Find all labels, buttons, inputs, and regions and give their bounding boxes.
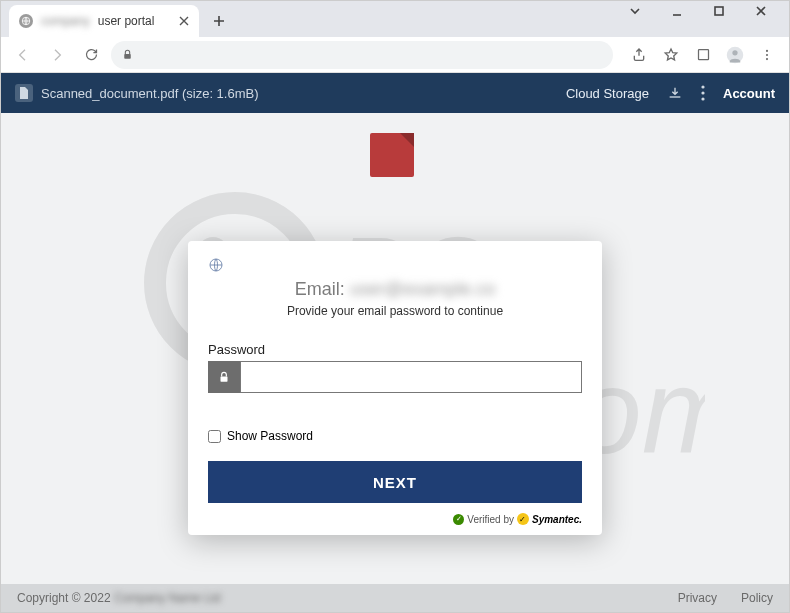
file-info: Scanned_document.pdf (size: 1.6mB) [15,84,259,102]
svg-point-8 [766,58,768,60]
file-icon [15,84,33,102]
svg-rect-2 [124,54,131,59]
back-button[interactable] [9,41,37,69]
forward-button[interactable] [43,41,71,69]
svg-point-5 [732,50,737,55]
window-controls [629,5,783,17]
checkmark-icon: ✓ [453,514,464,525]
symantec-icon: ✓ [517,513,529,525]
tab-close-icon[interactable] [179,16,189,26]
svg-point-6 [766,49,768,51]
page-viewport: PC risk.com Scanned_document.pdf (size: … [1,73,789,612]
password-input[interactable] [240,361,582,393]
privacy-link[interactable]: Privacy [678,591,717,605]
reload-button[interactable] [77,41,105,69]
password-row [208,361,582,393]
share-icon[interactable] [625,41,653,69]
svg-point-18 [701,97,704,100]
globe-icon [19,14,33,28]
policy-link[interactable]: Policy [741,591,773,605]
page-footer: Copyright © 2022 Company Name Ltd Privac… [1,584,789,612]
browser-toolbar [1,37,789,73]
show-password-row[interactable]: Show Password [208,429,582,443]
new-tab-button[interactable] [207,9,231,33]
copyright-company-blur: Company Name Ltd [114,591,221,605]
svg-rect-3 [698,50,708,60]
modal-globe-icon [208,257,582,273]
svg-point-7 [766,53,768,55]
tab-title: user portal [98,14,155,28]
browser-titlebar: company user portal [1,1,789,37]
file-name-label: Scanned_document.pdf (size: 1.6mB) [41,86,259,101]
app-header: Scanned_document.pdf (size: 1.6mB) Cloud… [1,73,789,113]
cloud-storage-link[interactable]: Cloud Storage [566,86,649,101]
lock-icon [208,361,240,393]
browser-tab[interactable]: company user portal [9,5,199,37]
email-display: Email: user@example.co [208,279,582,300]
download-icon[interactable] [667,85,683,101]
close-icon[interactable] [755,5,783,17]
more-icon[interactable] [701,85,705,101]
verified-prefix: Verified by [467,514,514,525]
browser-window: company user portal [0,0,790,613]
verified-brand: Symantec. [532,514,582,525]
svg-point-17 [701,91,704,94]
copyright-prefix: Copyright © 2022 [17,591,111,605]
password-label: Password [208,342,582,357]
minimize-icon[interactable] [671,5,699,17]
email-prefix: Email: [295,279,345,299]
show-password-label: Show Password [227,429,313,443]
modal-subtitle: Provide your email password to continue [208,304,582,318]
svg-point-16 [701,85,704,88]
maximize-icon[interactable] [713,5,741,17]
lock-icon [121,48,134,61]
star-icon[interactable] [657,41,685,69]
document-icon [370,133,420,183]
chevron-down-icon[interactable] [629,5,657,17]
svg-rect-20 [221,376,228,381]
profile-icon[interactable] [721,41,749,69]
account-link[interactable]: Account [723,86,775,101]
menu-icon[interactable] [753,41,781,69]
extension-icon[interactable] [689,41,717,69]
next-button[interactable]: NEXT [208,461,582,503]
address-bar[interactable] [111,41,613,69]
login-modal: Email: user@example.co Provide your emai… [188,241,602,535]
show-password-checkbox[interactable] [208,430,221,443]
verified-badge: ✓ Verified by ✓ Symantec. [208,513,582,525]
svg-rect-1 [715,7,723,15]
tab-title-blur: company [41,14,90,28]
email-value-blur: user@example.co [350,279,495,299]
app-header-right: Cloud Storage Account [566,85,775,101]
